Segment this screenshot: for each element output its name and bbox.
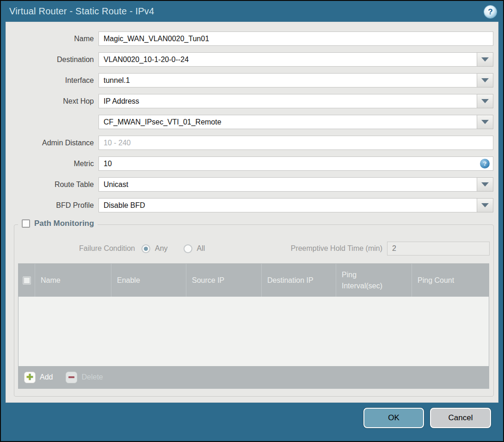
table-header-select-all[interactable] <box>18 264 35 297</box>
table-header-destination-ip[interactable]: Destination IP <box>262 264 336 297</box>
form-row-route-table: Route Table <box>6 177 493 192</box>
chevron-down-icon <box>481 78 489 82</box>
radio-any-label: Any <box>155 244 168 253</box>
metric-info-icon[interactable]: ? <box>480 159 490 168</box>
name-input[interactable] <box>98 31 493 46</box>
select-all-checkbox[interactable] <box>23 276 31 285</box>
bfd-profile-label: BFD Profile <box>6 201 98 210</box>
form-row-metric: Metric ? <box>6 156 493 171</box>
path-monitoring-legend: Path Monitoring <box>18 219 98 228</box>
form-row-bfd-profile: BFD Profile <box>6 198 493 212</box>
bfd-profile-dropdown-button[interactable] <box>477 198 493 212</box>
path-monitoring-table: Name Enable Source IP Destination IP Pin… <box>18 263 489 389</box>
table-footer-toolbar: ✚ Add Delete <box>18 366 489 388</box>
metric-label: Metric <box>6 160 98 168</box>
table-empty-body[interactable] <box>18 297 489 366</box>
next-hop-type-dropdown-button[interactable] <box>477 94 493 108</box>
dialog-titlebar: Virtual Router - Static Route - IPv4 ? <box>1 1 503 22</box>
form-row-next-hop: Next Hop <box>6 94 493 108</box>
dialog-body: Name Destination Interface <box>6 22 498 403</box>
failure-condition-label: Failure Condition <box>14 244 141 253</box>
add-button-label: Add <box>40 373 53 381</box>
chevron-down-icon <box>481 182 489 187</box>
route-table-input[interactable] <box>98 177 493 192</box>
next-hop-address-input[interactable] <box>98 115 493 129</box>
destination-input[interactable] <box>98 52 493 67</box>
destination-dropdown-button[interactable] <box>477 52 493 67</box>
dialog-title: Virtual Router - Static Route - IPv4 <box>9 6 154 17</box>
static-route-dialog: Virtual Router - Static Route - IPv4 ? N… <box>0 0 504 442</box>
name-label: Name <box>6 35 98 43</box>
preemptive-hold-time-label: Preemptive Hold Time (min) <box>221 244 387 253</box>
route-table-dropdown-button[interactable] <box>477 177 493 192</box>
chevron-down-icon <box>481 57 489 62</box>
admin-distance-input[interactable] <box>98 136 493 150</box>
table-header-row: Name Enable Source IP Destination IP Pin… <box>18 264 489 297</box>
preemptive-hold-time-input[interactable] <box>387 242 490 255</box>
interface-dropdown-button[interactable] <box>477 73 493 87</box>
table-header-source-ip[interactable]: Source IP <box>186 264 262 297</box>
interface-label: Interface <box>6 76 98 85</box>
path-monitoring-section: Path Monitoring Failure Condition Any Al… <box>14 224 494 397</box>
metric-input[interactable] <box>98 156 493 171</box>
chevron-down-icon <box>481 120 489 124</box>
radio-all-label: All <box>197 244 205 253</box>
next-hop-type-input[interactable] <box>98 94 493 108</box>
route-table-label: Route Table <box>6 181 98 189</box>
table-header-name[interactable]: Name <box>35 264 111 297</box>
radio-any-circle <box>141 244 150 253</box>
help-icon[interactable]: ? <box>484 6 497 18</box>
form-row-name: Name <box>6 31 493 46</box>
form-row-admin-distance: Admin Distance <box>6 136 493 150</box>
chevron-down-icon <box>481 99 489 103</box>
form-row-next-hop-address <box>6 115 493 129</box>
failure-condition-any-radio[interactable]: Any <box>141 244 168 253</box>
next-hop-label: Next Hop <box>6 97 98 106</box>
delete-button-label: Delete <box>81 373 103 381</box>
chevron-down-icon <box>481 203 489 207</box>
path-monitoring-title: Path Monitoring <box>34 219 94 228</box>
table-header-ping-count[interactable]: Ping Count <box>412 264 489 297</box>
radio-all-circle <box>184 244 192 253</box>
cancel-button[interactable]: Cancel <box>430 408 491 428</box>
add-button[interactable]: ✚ Add <box>24 372 53 383</box>
next-hop-address-dropdown-button[interactable] <box>477 115 493 129</box>
destination-label: Destination <box>6 56 98 64</box>
form-row-interface: Interface <box>6 73 493 87</box>
metric-info-glyph: ? <box>483 160 487 167</box>
bfd-profile-input[interactable] <box>98 198 493 212</box>
delete-button[interactable]: Delete <box>66 372 103 383</box>
radio-any-selected-dot <box>144 247 148 251</box>
interface-input[interactable] <box>98 73 493 87</box>
form-area: Name Destination Interface <box>6 31 498 219</box>
delete-minus-icon <box>66 372 77 383</box>
table-header-enable[interactable]: Enable <box>111 264 186 297</box>
admin-distance-label: Admin Distance <box>6 139 98 147</box>
form-row-destination: Destination <box>6 52 493 67</box>
ok-button[interactable]: OK <box>363 408 424 428</box>
path-monitoring-checkbox[interactable] <box>22 219 30 228</box>
failure-condition-all-radio[interactable]: All <box>184 244 205 253</box>
table-header-ping-interval[interactable]: Ping Interval(sec) <box>336 264 412 297</box>
failure-condition-row: Failure Condition Any All Preemptive Hol… <box>14 242 493 255</box>
help-glyph: ? <box>488 7 492 17</box>
add-plus-icon: ✚ <box>24 372 36 383</box>
